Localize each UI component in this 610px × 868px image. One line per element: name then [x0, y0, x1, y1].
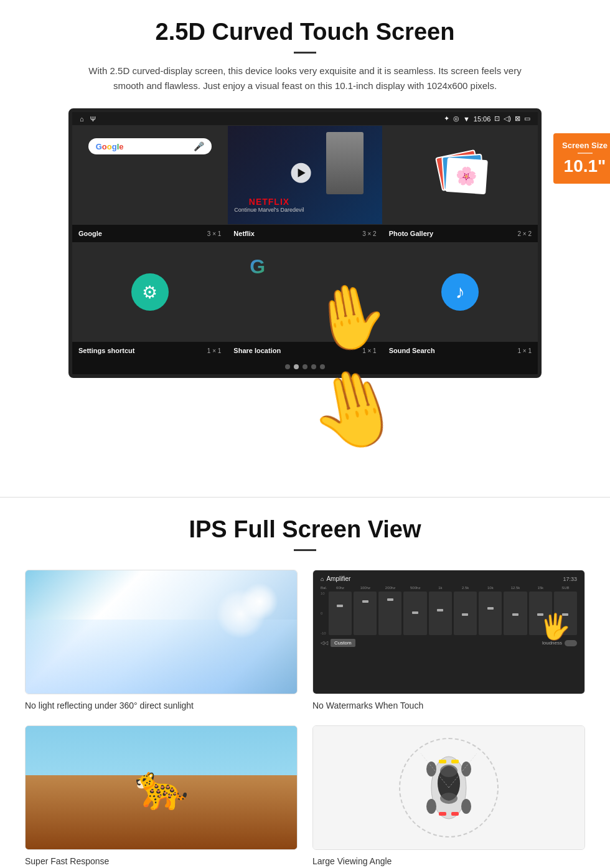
app-cell-netflix[interactable]: NETFLIX Continue Marvel's Daredevil — [227, 125, 382, 225]
amp-header-right: 17:33 — [563, 576, 577, 582]
freq-200: 200hz — [378, 586, 401, 590]
eq-handle-8 — [512, 613, 518, 616]
google-label: Google — [78, 230, 102, 237]
amp-time: 17:33 — [563, 576, 577, 582]
hand-pointer-icon: 🤚 — [304, 274, 394, 360]
app-cell-sound[interactable]: ♪ — [383, 242, 538, 342]
svg-point-11 — [461, 799, 471, 814]
device-screen: ⌂ Ψ ✦ ◎ ▼ 15:06 ⊡ ◁) ⊠ ▭ — [68, 108, 542, 378]
ips-divider — [294, 549, 316, 551]
curved-title: 2.5D Curved Touch Screen — [37, 19, 573, 45]
google-search-bar[interactable]: Google 🎤 — [88, 138, 212, 154]
title-divider — [294, 52, 316, 54]
netflix-size: 3 × 2 — [362, 230, 377, 237]
badge-divider — [578, 153, 593, 154]
eq-track-7 — [479, 592, 502, 635]
volume-icon: ◁) — [504, 115, 511, 123]
gallery-size: 2 × 2 — [517, 230, 532, 237]
music-note-icon: ♪ — [456, 281, 465, 303]
eq-track-4 — [403, 592, 426, 635]
ips-section: IPS Full Screen View No light reflecting… — [0, 516, 610, 868]
amplifier-visual: ⌂ Amplifier 17:33 Bal. 60hz 100hz 200hz — [313, 570, 584, 694]
custom-button[interactable]: Custom — [331, 639, 355, 647]
amp-footer-left: ◁◁ Custom — [321, 639, 355, 647]
feature-grid: No light reflecting under 360° direct su… — [25, 570, 585, 866]
google-logo: Google — [96, 142, 124, 151]
app-label-gallery: Photo Gallery 2 × 2 — [383, 229, 538, 238]
car-top-view-svg — [418, 747, 480, 828]
app-cell-gallery[interactable]: 🌸 — [383, 125, 538, 225]
music-icon-wrap: ♪ — [441, 273, 479, 311]
share-label: Share location — [233, 347, 281, 354]
settings-label: Settings shortcut — [78, 347, 134, 354]
freq-500: 500hz — [404, 586, 427, 590]
y-axis: 10 0 -10 — [321, 592, 327, 635]
eq-track-5 — [429, 592, 452, 635]
eq-track-8 — [504, 592, 527, 635]
freq-10k: 10k — [479, 586, 502, 590]
eq-handle-1 — [337, 605, 343, 607]
y-10: 10 — [321, 592, 326, 595]
svg-point-10 — [426, 799, 436, 814]
sunlight-visual — [26, 570, 297, 694]
eq-handle-3 — [387, 598, 393, 601]
status-bar-left: ⌂ Ψ — [80, 115, 96, 123]
device-wrapper: ⌂ Ψ ✦ ◎ ▼ 15:06 ⊡ ◁) ⊠ ▭ — [37, 108, 573, 378]
freq-100: 100hz — [354, 586, 377, 590]
netflix-play-button[interactable] — [291, 163, 311, 183]
netflix-background: NETFLIX Continue Marvel's Daredevil — [228, 126, 382, 224]
app-cell-google[interactable]: Google 🎤 — [72, 125, 227, 225]
status-bar-right: ✦ ◎ ▼ 15:06 ⊡ ◁) ⊠ ▭ — [444, 115, 530, 123]
google-mic-icon[interactable]: 🎤 — [194, 141, 204, 151]
close-icon: ⊠ — [515, 115, 520, 123]
status-bar: ⌂ Ψ ✦ ◎ ▼ 15:06 ⊡ ◁) ⊠ ▭ — [72, 112, 538, 125]
netflix-label-text: Netflix — [233, 230, 255, 237]
screen-size-value: 10.1" — [564, 156, 606, 176]
y-0: 0 — [321, 611, 326, 615]
gallery-label: Photo Gallery — [389, 230, 434, 237]
feature-sunlight: No light reflecting under 360° direct su… — [25, 570, 298, 710]
watermarks-caption: No Watermarks When Touch — [312, 701, 585, 710]
app-label-netflix: Netflix 3 × 2 — [227, 229, 382, 238]
usb-icon: Ψ — [90, 115, 96, 123]
amp-hand-icon: 🖐 — [540, 612, 571, 641]
svg-rect-6 — [439, 812, 446, 816]
cheetah-visual: 🐆 — [26, 726, 297, 849]
car-caption: Large Viewing Angle — [312, 856, 585, 866]
settings-icon-wrap: ⚙ — [131, 273, 169, 311]
screen-size-label: Screen Size — [562, 141, 608, 150]
amp-home-icon: ⌂ — [321, 576, 324, 582]
pointing-hand-icon: 🤚 — [298, 355, 411, 464]
main-divider — [0, 497, 610, 498]
eq-area: 10 0 -10 — [318, 592, 580, 635]
svg-point-3 — [440, 793, 458, 804]
camera-icon: ⊡ — [494, 115, 500, 123]
svg-rect-7 — [451, 812, 459, 816]
eq-bars-container: 🖐 — [329, 592, 577, 635]
car-visual — [313, 726, 584, 849]
app-label-settings: Settings shortcut 1 × 1 — [72, 346, 227, 356]
eq-handle-4 — [412, 611, 418, 614]
sunlight-caption: No light reflecting under 360° direct su… — [25, 701, 298, 710]
amp-title: Amplifier — [326, 575, 350, 582]
sound-label: Sound Search — [389, 347, 435, 354]
app-label-sound: Sound Search 1 × 1 — [383, 346, 538, 356]
eq-handle-2 — [362, 600, 368, 603]
sunlight-image — [25, 570, 298, 694]
curved-description: With 2.5D curved-display screen, this de… — [87, 64, 523, 93]
netflix-figure — [326, 132, 364, 194]
sound-size: 1 × 1 — [517, 347, 532, 354]
flower-icon: 🌸 — [455, 165, 478, 187]
settings-gear-icon: ⚙ — [142, 282, 157, 303]
home-icon: ⌂ — [80, 115, 84, 123]
freq-balance-label: Bal. — [321, 586, 327, 590]
freq-15k: 15k — [529, 586, 552, 590]
svg-point-9 — [461, 762, 471, 776]
feature-car: Large Viewing Angle — [312, 725, 585, 866]
app-cell-share[interactable]: G 🤚 — [227, 242, 382, 342]
app-labels-row2: Settings shortcut 1 × 1 Share location 1… — [72, 342, 538, 359]
eq-track-2 — [354, 592, 377, 635]
location-icon: ◎ — [453, 115, 459, 123]
app-cell-settings[interactable]: ⚙ — [72, 242, 227, 342]
amp-header-left: ⌂ Amplifier — [321, 575, 350, 582]
